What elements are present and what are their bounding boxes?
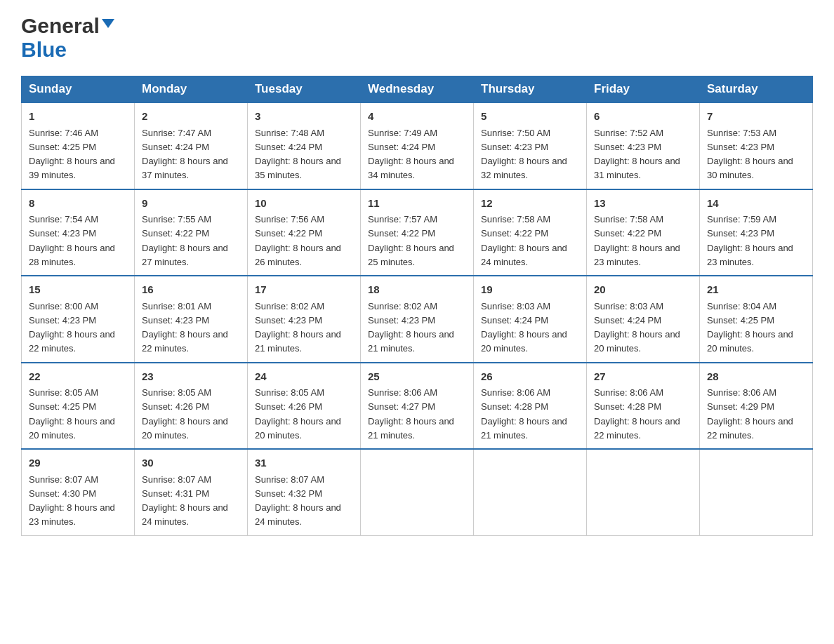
day-number: 13 xyxy=(594,196,692,212)
calendar-day-cell xyxy=(700,449,813,535)
logo: General Blue xyxy=(21,14,114,62)
sunset-info: Sunset: 4:25 PM xyxy=(29,142,96,152)
daylight-info: Daylight: 8 hours and 23 minutes. xyxy=(594,243,680,267)
day-number: 25 xyxy=(368,369,466,385)
day-number: 29 xyxy=(29,455,127,471)
sunset-info: Sunset: 4:23 PM xyxy=(29,228,96,239)
day-number: 28 xyxy=(707,369,805,385)
sunrise-info: Sunrise: 8:06 AM xyxy=(481,387,550,398)
day-number: 19 xyxy=(481,282,579,298)
sunset-info: Sunset: 4:22 PM xyxy=(368,228,435,239)
sunrise-info: Sunrise: 8:03 AM xyxy=(481,301,550,311)
weekday-header-saturday: Saturday xyxy=(700,76,813,103)
sunset-info: Sunset: 4:24 PM xyxy=(594,315,661,326)
sunset-info: Sunset: 4:25 PM xyxy=(29,401,96,412)
calendar-day-cell: 4Sunrise: 7:49 AMSunset: 4:24 PMDaylight… xyxy=(361,102,474,189)
day-number: 27 xyxy=(594,369,692,385)
daylight-info: Daylight: 8 hours and 23 minutes. xyxy=(707,243,793,267)
weekday-header-row: SundayMondayTuesdayWednesdayThursdayFrid… xyxy=(22,76,813,103)
sunrise-info: Sunrise: 8:05 AM xyxy=(29,387,98,398)
sunset-info: Sunset: 4:25 PM xyxy=(707,315,774,326)
sunset-info: Sunset: 4:23 PM xyxy=(594,142,661,152)
day-number: 2 xyxy=(142,109,240,125)
calendar-day-cell: 15Sunrise: 8:00 AMSunset: 4:23 PMDayligh… xyxy=(22,276,135,363)
daylight-info: Daylight: 8 hours and 20 minutes. xyxy=(707,329,793,354)
sunrise-info: Sunrise: 8:05 AM xyxy=(142,387,211,398)
day-number: 31 xyxy=(255,455,353,471)
day-number: 17 xyxy=(255,282,353,298)
daylight-info: Daylight: 8 hours and 28 minutes. xyxy=(29,243,115,267)
calendar-day-cell: 26Sunrise: 8:06 AMSunset: 4:28 PMDayligh… xyxy=(474,363,587,450)
sunset-info: Sunset: 4:22 PM xyxy=(255,228,322,239)
sunrise-info: Sunrise: 8:07 AM xyxy=(29,474,98,485)
sunset-info: Sunset: 4:24 PM xyxy=(255,142,322,152)
calendar-day-cell: 5Sunrise: 7:50 AMSunset: 4:23 PMDaylight… xyxy=(474,102,587,189)
daylight-info: Daylight: 8 hours and 21 minutes. xyxy=(481,416,567,441)
daylight-info: Daylight: 8 hours and 24 minutes. xyxy=(142,502,228,527)
sunset-info: Sunset: 4:30 PM xyxy=(29,488,96,499)
day-number: 24 xyxy=(255,369,353,385)
calendar-day-cell xyxy=(361,449,474,535)
sunrise-info: Sunrise: 7:53 AM xyxy=(707,128,776,138)
day-number: 18 xyxy=(368,282,466,298)
calendar-day-cell: 3Sunrise: 7:48 AMSunset: 4:24 PMDaylight… xyxy=(248,102,361,189)
page-header: General Blue xyxy=(21,14,813,62)
calendar-day-cell: 31Sunrise: 8:07 AMSunset: 4:32 PMDayligh… xyxy=(248,449,361,535)
sunrise-info: Sunrise: 7:55 AM xyxy=(142,214,211,224)
day-number: 7 xyxy=(707,109,805,125)
calendar-day-cell: 8Sunrise: 7:54 AMSunset: 4:23 PMDaylight… xyxy=(22,189,135,276)
daylight-info: Daylight: 8 hours and 34 minutes. xyxy=(368,156,454,180)
sunrise-info: Sunrise: 7:48 AM xyxy=(255,128,324,138)
sunset-info: Sunset: 4:28 PM xyxy=(594,401,661,412)
calendar-day-cell: 1Sunrise: 7:46 AMSunset: 4:25 PMDaylight… xyxy=(22,102,135,189)
sunset-info: Sunset: 4:24 PM xyxy=(368,142,435,152)
calendar-day-cell xyxy=(587,449,700,535)
calendar-day-cell: 27Sunrise: 8:06 AMSunset: 4:28 PMDayligh… xyxy=(587,363,700,450)
sunset-info: Sunset: 4:22 PM xyxy=(481,228,548,239)
calendar-day-cell: 23Sunrise: 8:05 AMSunset: 4:26 PMDayligh… xyxy=(135,363,248,450)
calendar-day-cell: 21Sunrise: 8:04 AMSunset: 4:25 PMDayligh… xyxy=(700,276,813,363)
calendar-day-cell: 17Sunrise: 8:02 AMSunset: 4:23 PMDayligh… xyxy=(248,276,361,363)
calendar-week-row: 1Sunrise: 7:46 AMSunset: 4:25 PMDaylight… xyxy=(22,102,813,189)
sunset-info: Sunset: 4:23 PM xyxy=(707,142,774,152)
weekday-header-thursday: Thursday xyxy=(474,76,587,103)
calendar-day-cell: 20Sunrise: 8:03 AMSunset: 4:24 PMDayligh… xyxy=(587,276,700,363)
day-number: 5 xyxy=(481,109,579,125)
calendar-day-cell: 11Sunrise: 7:57 AMSunset: 4:22 PMDayligh… xyxy=(361,189,474,276)
logo-triangle-icon xyxy=(102,19,114,28)
sunrise-info: Sunrise: 8:07 AM xyxy=(255,474,324,485)
daylight-info: Daylight: 8 hours and 39 minutes. xyxy=(29,156,115,180)
sunset-info: Sunset: 4:26 PM xyxy=(142,401,209,412)
day-number: 22 xyxy=(29,369,127,385)
weekday-header-monday: Monday xyxy=(135,76,248,103)
sunset-info: Sunset: 4:31 PM xyxy=(142,488,209,499)
calendar-day-cell: 29Sunrise: 8:07 AMSunset: 4:30 PMDayligh… xyxy=(22,449,135,535)
calendar-day-cell: 7Sunrise: 7:53 AMSunset: 4:23 PMDaylight… xyxy=(700,102,813,189)
sunset-info: Sunset: 4:23 PM xyxy=(142,315,209,326)
day-number: 26 xyxy=(481,369,579,385)
daylight-info: Daylight: 8 hours and 20 minutes. xyxy=(481,329,567,354)
daylight-info: Daylight: 8 hours and 22 minutes. xyxy=(707,416,793,441)
sunrise-info: Sunrise: 7:52 AM xyxy=(594,128,663,138)
sunrise-info: Sunrise: 8:06 AM xyxy=(594,387,663,398)
sunrise-info: Sunrise: 7:54 AM xyxy=(29,214,98,224)
sunset-info: Sunset: 4:23 PM xyxy=(255,315,322,326)
sunrise-info: Sunrise: 8:02 AM xyxy=(255,301,324,311)
logo-general-text: General xyxy=(21,14,100,38)
day-number: 3 xyxy=(255,109,353,125)
sunrise-info: Sunrise: 8:04 AM xyxy=(707,301,776,311)
daylight-info: Daylight: 8 hours and 20 minutes. xyxy=(255,416,341,441)
daylight-info: Daylight: 8 hours and 35 minutes. xyxy=(255,156,341,180)
sunrise-info: Sunrise: 7:58 AM xyxy=(594,214,663,224)
daylight-info: Daylight: 8 hours and 31 minutes. xyxy=(594,156,680,180)
sunset-info: Sunset: 4:32 PM xyxy=(255,488,322,499)
day-number: 20 xyxy=(594,282,692,298)
daylight-info: Daylight: 8 hours and 22 minutes. xyxy=(594,416,680,441)
day-number: 30 xyxy=(142,455,240,471)
sunset-info: Sunset: 4:23 PM xyxy=(368,315,435,326)
sunrise-info: Sunrise: 8:03 AM xyxy=(594,301,663,311)
sunset-info: Sunset: 4:24 PM xyxy=(142,142,209,152)
calendar-day-cell: 6Sunrise: 7:52 AMSunset: 4:23 PMDaylight… xyxy=(587,102,700,189)
sunrise-info: Sunrise: 8:05 AM xyxy=(255,387,324,398)
calendar-week-row: 8Sunrise: 7:54 AMSunset: 4:23 PMDaylight… xyxy=(22,189,813,276)
